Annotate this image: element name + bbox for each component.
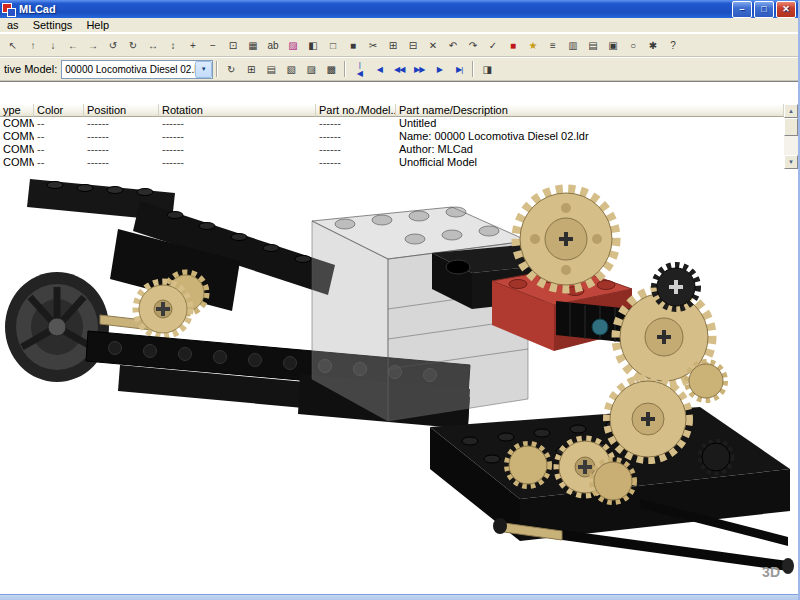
step-forward-button[interactable]: ▶ [429, 60, 449, 79]
generate-list-button[interactable]: ▩ [321, 60, 341, 79]
active-model-value: 00000 Locomotiva Diesel 02.ldr [62, 64, 195, 75]
menu-item-help[interactable]: Help [79, 19, 116, 31]
maximize-button[interactable]: □ [754, 1, 774, 18]
step-nav-icon: ▶▶ [414, 65, 424, 74]
scroll-up-icon[interactable]: ▲ [784, 104, 798, 118]
tool-icon: ▤ [266, 64, 275, 75]
move-left-button[interactable]: ← [63, 36, 83, 55]
flip-vertical-button[interactable]: ↕ [163, 36, 183, 55]
combobox-dropdown-icon[interactable]: ▼ [195, 61, 212, 78]
step-back-button[interactable]: ◀ [369, 60, 389, 79]
tool-icon: ○ [630, 40, 636, 51]
tool-icon: ⊞ [389, 40, 397, 51]
cell-rotation: ------ [159, 117, 316, 130]
parts-list-scrollbar[interactable]: ▲ ▼ [784, 104, 798, 169]
col-header-part-name[interactable]: Part name/Description [396, 104, 784, 117]
close-button[interactable]: ✕ [776, 1, 796, 18]
viewport-3d[interactable]: 3D [0, 169, 798, 594]
cell-position: ------ [84, 143, 159, 156]
cell-rotation: ------ [159, 143, 316, 156]
tool-icon: ab [267, 40, 278, 51]
mlcad-window: MLCad – □ ✕ as Settings Help ↖ ↑ ↓ ← → ↺… [0, 0, 800, 600]
cell-rotation: ------ [159, 130, 316, 143]
move-down-button[interactable]: ↓ [43, 36, 63, 55]
config-button[interactable]: ✱ [643, 36, 663, 55]
tool-icon: ↔ [148, 40, 158, 51]
move-up-button[interactable]: ↑ [23, 36, 43, 55]
col-header-color[interactable]: Color [34, 104, 84, 117]
color-palette-button[interactable]: ▨ [283, 36, 303, 55]
cell-description: Author: MLCad [396, 143, 784, 156]
fast-forward-button[interactable]: ▶▶ [409, 60, 429, 79]
pane-layout-button[interactable]: ▤ [583, 36, 603, 55]
col-header-part-no[interactable]: Part no./Model... [316, 104, 396, 117]
copy-button[interactable]: ⊞ [383, 36, 403, 55]
cut-button[interactable]: ✂ [363, 36, 383, 55]
check-model-button[interactable]: ✓ [483, 36, 503, 55]
render-view-button[interactable]: ◨ [477, 60, 497, 79]
step-nav-icon: |◀ [356, 60, 362, 78]
undo-button[interactable]: ↶ [443, 36, 463, 55]
active-model-combobox[interactable]: 00000 Locomotiva Diesel 02.ldr ▼ [61, 60, 213, 79]
split-view-button[interactable]: ▥ [563, 36, 583, 55]
add-step-button[interactable]: ⊞ [241, 60, 261, 79]
snap-grid-button[interactable]: ▦ [243, 36, 263, 55]
lock-part-button[interactable]: ▣ [603, 36, 623, 55]
tool-icon: ↓ [51, 40, 56, 51]
part-list-button[interactable]: ≡ [543, 36, 563, 55]
tool-icon: ✱ [649, 40, 657, 51]
paste-button[interactable]: ⊟ [403, 36, 423, 55]
menu-item-settings[interactable]: Settings [26, 19, 80, 31]
fit-view-button[interactable]: ⊡ [223, 36, 243, 55]
first-step-button[interactable]: |◀ [349, 60, 369, 79]
rotate-cw-button[interactable]: ↻ [123, 36, 143, 55]
app-icon [2, 3, 15, 16]
window-title: MLCad [19, 3, 730, 15]
menu-item-extras[interactable]: as [0, 19, 26, 31]
table-row[interactable]: COMM... -- ------ ------ ------ Untitled [0, 117, 798, 130]
table-row[interactable]: COMM... -- ------ ------ ------ Unoffici… [0, 156, 798, 169]
col-header-position[interactable]: Position [84, 104, 159, 117]
view-mode-button[interactable]: ▤ [261, 60, 281, 79]
paint-part-button[interactable]: ◧ [303, 36, 323, 55]
rotate-ccw-button[interactable]: ↺ [103, 36, 123, 55]
light-toggle-button[interactable]: ○ [623, 36, 643, 55]
table-row[interactable]: COMM... -- ------ ------ ------ Name: 00… [0, 130, 798, 143]
workspace-gap [0, 81, 798, 104]
favorites-button[interactable]: ★ [523, 36, 543, 55]
last-step-button[interactable]: ▶| [449, 60, 469, 79]
move-right-button[interactable]: → [83, 36, 103, 55]
scroll-down-icon[interactable]: ▼ [784, 155, 798, 169]
col-header-rotation[interactable]: Rotation [159, 104, 316, 117]
zoom-in-button[interactable]: + [183, 36, 203, 55]
shading-mode-button[interactable]: ▨ [301, 60, 321, 79]
select-color-button[interactable]: ■ [503, 36, 523, 55]
table-row[interactable]: COMM... -- ------ ------ ------ Author: … [0, 143, 798, 156]
model-toolbar: tive Model: 00000 Locomotiva Diesel 02.l… [0, 57, 798, 81]
redo-button[interactable]: ↷ [463, 36, 483, 55]
scrollbar-thumb[interactable] [784, 118, 798, 136]
cell-description: Unofficial Model [396, 156, 784, 169]
zoom-out-button[interactable]: − [203, 36, 223, 55]
col-header-type[interactable]: ype [0, 104, 34, 117]
tool-icon: ◧ [308, 40, 317, 51]
text-tool-button[interactable]: ab [263, 36, 283, 55]
cell-type: COMM... [0, 117, 34, 130]
minimize-button[interactable]: – [732, 1, 752, 18]
wireframe-mode-button[interactable]: ▧ [281, 60, 301, 79]
show-part-button[interactable]: ■ [343, 36, 363, 55]
flip-horizontal-button[interactable]: ↔ [143, 36, 163, 55]
delete-button[interactable]: ✕ [423, 36, 443, 55]
refresh-view-button[interactable]: ↻ [221, 60, 241, 79]
tool-icon: ↺ [109, 40, 117, 51]
pointer-tool-button[interactable]: ↖ [3, 36, 23, 55]
fast-back-button[interactable]: ◀◀ [389, 60, 409, 79]
help-button[interactable]: ? [663, 36, 683, 55]
tool-icon: ▧ [286, 64, 295, 75]
hide-part-button[interactable]: □ [323, 36, 343, 55]
menu-bar: as Settings Help [0, 18, 798, 33]
parts-list-panel: ype Color Position Rotation Part no./Mod… [0, 104, 798, 169]
title-bar[interactable]: MLCad – □ ✕ [0, 0, 798, 18]
tool-icon: − [210, 40, 216, 51]
cell-part-no: ------ [316, 130, 396, 143]
